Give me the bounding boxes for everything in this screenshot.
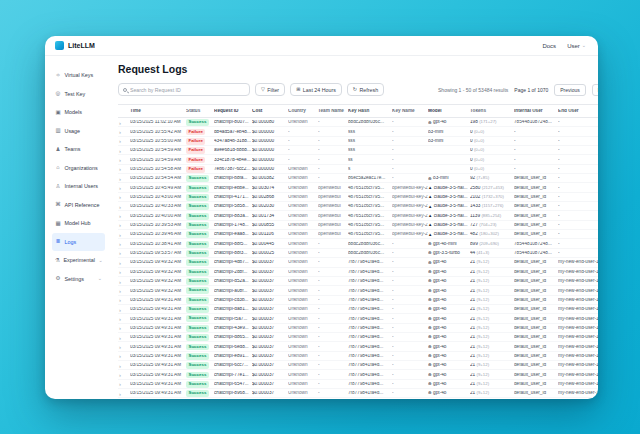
table-row: › 03/15/2025 09:49:32 AM Success chatcmp… <box>118 258 598 267</box>
row-expand-chevron-icon[interactable]: › <box>118 148 130 154</box>
cell-request-id[interactable]: chatcmpl-d52a... <box>214 279 252 284</box>
cell-request-id[interactable]: chatcmpl-b8fa... <box>214 176 252 181</box>
cell-request-id[interactable]: chatcmpl-6cc7... <box>214 363 252 368</box>
cell-request-id[interactable]: chatcmpl-f5a7... <box>214 317 252 322</box>
cell-request-id[interactable]: chatcmpl-6547... <box>214 382 252 387</box>
cell-request-id[interactable]: chatcmpl-88f5... <box>214 242 252 247</box>
previous-page-button[interactable]: Previous <box>554 84 585 96</box>
pagination: Showing 1 - 50 of 53484 results Page 1 o… <box>438 84 598 96</box>
row-expand-chevron-icon[interactable]: › <box>118 260 130 266</box>
sidebar-item-usage[interactable]: ▥ Usage <box>52 122 105 141</box>
cell-model: ⊛gpt-4o <box>428 354 470 359</box>
sidebar-item-model-hub[interactable]: ▦ Model Hub <box>52 214 105 233</box>
row-expand-chevron-icon[interactable]: › <box>118 157 130 163</box>
sidebar-item-test-key[interactable]: ◎ Test Key <box>52 85 105 104</box>
row-expand-chevron-icon[interactable]: › <box>118 120 130 126</box>
sidebar-item-organizations[interactable]: ⌂ Organizations <box>52 159 105 178</box>
cell-key-name: - <box>392 251 428 256</box>
filter-button[interactable]: ▽ Filter <box>255 83 285 96</box>
sidebar-item-internal-users[interactable]: ♙ Internal Users <box>52 177 105 196</box>
cell-request-id[interactable]: chatcmpl-da81... <box>214 307 252 312</box>
table-row: › 03/15/2025 09:49:31 AM Success chatcmp… <box>118 361 598 370</box>
row-expand-chevron-icon[interactable]: › <box>118 297 130 303</box>
cell-team-name: - <box>318 354 348 359</box>
cell-request-id[interactable]: d84ad5a7-eb48... <box>214 130 252 135</box>
cell-model: ▲claude-3-5-hai... <box>428 214 470 219</box>
cell-internal-user: default_user_id <box>514 214 558 219</box>
row-expand-chevron-icon[interactable]: › <box>118 288 130 294</box>
cell-request-id[interactable]: chatcmpl-88f3... <box>214 251 252 256</box>
row-expand-chevron-icon[interactable]: › <box>118 194 130 200</box>
row-expand-chevron-icon[interactable]: › <box>118 269 130 275</box>
row-expand-chevron-icon[interactable]: › <box>118 204 130 210</box>
cell-request-id[interactable]: chatcmpl-a08f... <box>214 289 252 294</box>
sidebar-item-models[interactable]: ▣ Models <box>52 103 105 122</box>
docs-link[interactable]: Docs <box>542 43 556 49</box>
cell-request-id[interactable]: 4347ad4b-3188... <box>214 139 252 144</box>
sidebar-item-virtual-keys[interactable]: ✧ Virtual Keys <box>52 66 105 85</box>
sidebar-item-settings[interactable]: ⚙ Settings ⌄ <box>52 270 105 289</box>
search-input[interactable] <box>130 87 245 93</box>
cell-request-id[interactable]: chatcmpl-d865... <box>214 335 252 340</box>
row-expand-chevron-icon[interactable]: › <box>118 176 130 182</box>
row-expand-chevron-icon[interactable]: › <box>118 185 130 191</box>
cell-time: 03/15/2025 09:49:32 AM <box>130 270 186 275</box>
refresh-button[interactable]: ↻ Refresh <box>347 83 384 96</box>
cell-request-id[interactable]: chatcmpl-e891... <box>214 354 252 359</box>
row-expand-chevron-icon[interactable]: › <box>118 166 130 172</box>
cell-request-id[interactable]: chatcmpl-2d8f... <box>214 270 252 275</box>
row-expand-chevron-icon[interactable]: › <box>118 232 130 238</box>
row-expand-chevron-icon[interactable]: › <box>118 222 130 228</box>
row-expand-chevron-icon[interactable]: › <box>118 129 130 135</box>
cell-request-id[interactable]: 7eb67387-6cc2... <box>214 167 252 172</box>
row-expand-chevron-icon[interactable]: › <box>118 353 130 359</box>
sidebar-item-experimental[interactable]: ⚗ Experimental ⌄ <box>52 251 105 270</box>
row-expand-chevron-icon[interactable]: › <box>118 138 130 144</box>
cell-request-id[interactable]: chatcmpl-cd3b... <box>214 298 252 303</box>
cell-request-id[interactable]: chatcmpl-5858... <box>214 204 252 209</box>
row-expand-chevron-icon[interactable]: › <box>118 335 130 341</box>
row-expand-chevron-icon[interactable]: › <box>118 372 130 378</box>
row-expand-chevron-icon[interactable]: › <box>118 213 130 219</box>
table-row: › 03/15/2025 09:49:31 AM Success chatcmp… <box>118 296 598 305</box>
sidebar-item-api-reference[interactable]: ⌘ API Reference <box>52 196 105 215</box>
row-expand-chevron-icon[interactable]: › <box>118 363 130 369</box>
cell-request-id[interactable]: 334c187d-4b4e... <box>214 158 252 163</box>
row-expand-chevron-icon[interactable]: › <box>118 279 130 285</box>
row-expand-chevron-icon[interactable]: › <box>118 241 130 247</box>
cell-request-id[interactable]: chatcmpl-1748... <box>214 223 252 228</box>
table-body: › 03/15/2025 11:02:10 AM Success chatcmp… <box>118 118 598 398</box>
sidebar-item-logs[interactable]: ≣ Logs <box>52 233 105 252</box>
user-menu[interactable]: User ⌄ <box>567 43 586 49</box>
cell-request-id[interactable]: chatcmpl-43e9... <box>214 326 252 331</box>
row-expand-chevron-icon[interactable]: › <box>118 307 130 313</box>
cell-request-id[interactable]: chatcmpl-4171... <box>214 195 252 200</box>
model-label: claude-3-5-hai... <box>434 186 468 191</box>
cell-end-user: my-new-end-user-1 <box>558 298 598 303</box>
row-expand-chevron-icon[interactable]: › <box>118 344 130 350</box>
cell-end-user: - <box>558 186 598 191</box>
cell-key-hash: 88dc28d8f036c... <box>348 251 392 256</box>
next-page-button[interactable]: Next <box>592 84 598 96</box>
row-expand-chevron-icon[interactable]: › <box>118 325 130 331</box>
sidebar-item-teams[interactable]: ♟ Teams <box>52 140 105 159</box>
table-row: › 03/15/2025 09:53:57 AM Success chatcmp… <box>118 249 598 258</box>
time-range-button[interactable]: ⊞ Last 24 Hours <box>290 83 342 96</box>
model-label: gpt-4o <box>433 279 446 284</box>
cell-request-id[interactable]: chatcmpl-4db7... <box>214 260 252 265</box>
cell-request-id[interactable]: chatcmpl-6ed8... <box>214 345 252 350</box>
row-expand-chevron-icon[interactable]: › <box>118 391 130 397</box>
cell-request-id[interactable]: chatcmpl-eaa8... <box>214 232 252 237</box>
model-label: gpt-4o <box>433 363 446 368</box>
cell-request-id[interactable]: chatcmpl-883a... <box>214 214 252 219</box>
cell-request-id[interactable]: chatcmpl-8007... <box>214 120 252 125</box>
cell-request-id[interactable]: chatcmpl-8968... <box>214 391 252 396</box>
cell-request-id[interactable]: chatcmpl-ebbe... <box>214 186 252 191</box>
cell-request-id[interactable]: a9ee681d-b8b8... <box>214 148 252 153</box>
cell-request-id[interactable]: chatcmpl-77e1... <box>214 373 252 378</box>
cell-cost: $0.000037 <box>252 363 288 368</box>
sidebar-item-label: Test Key <box>65 91 86 97</box>
row-expand-chevron-icon[interactable]: › <box>118 381 130 387</box>
row-expand-chevron-icon[interactable]: › <box>118 316 130 322</box>
row-expand-chevron-icon[interactable]: › <box>118 250 130 256</box>
